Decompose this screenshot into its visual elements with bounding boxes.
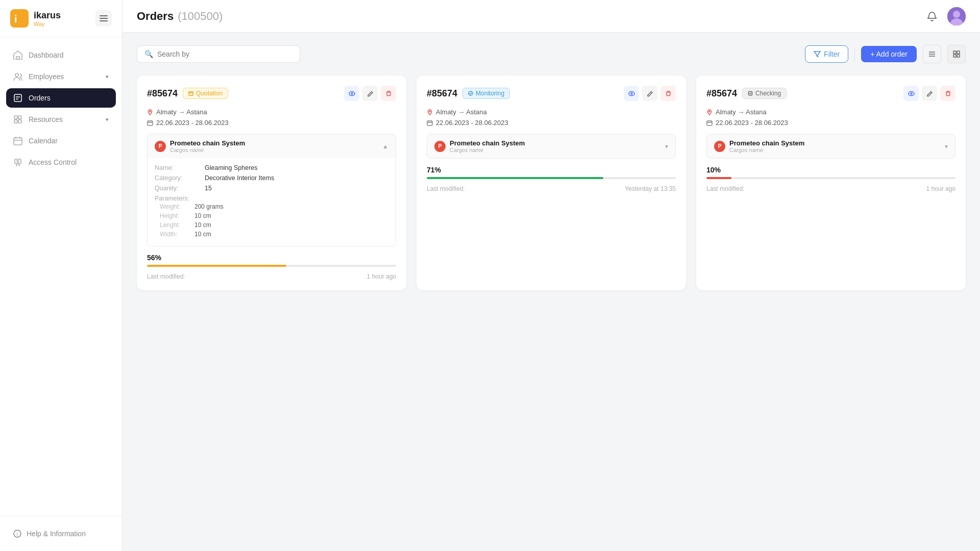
cargo-info-2: Prometeo chain System Cargos name [450, 139, 661, 153]
edit-button-2[interactable] [642, 86, 657, 101]
date-icon-1 [147, 120, 153, 126]
card-actions-2 [624, 86, 676, 101]
help-label: Help & Information [27, 530, 86, 538]
quantity-label-1: Quanity: [155, 185, 201, 192]
weight-label-1: Weight: [160, 203, 190, 210]
filter-button[interactable]: Filter [805, 45, 848, 63]
access-icon [13, 158, 22, 167]
eye-icon-3 [908, 90, 915, 97]
cargo-logo-1: P [155, 141, 166, 152]
search-input[interactable] [157, 50, 292, 58]
svg-rect-7 [14, 94, 21, 102]
cargo-name-2: Prometeo chain System [450, 139, 661, 147]
svg-rect-3 [100, 18, 108, 19]
resources-icon [13, 115, 22, 124]
delete-button-1[interactable] [381, 86, 396, 101]
cargo-toggle-2: ▾ [665, 143, 668, 150]
add-order-button[interactable]: + Add order [861, 46, 917, 62]
edit-button-1[interactable] [362, 86, 378, 101]
svg-rect-37 [148, 121, 153, 126]
location-text-2: Almaty → Astana [436, 108, 487, 116]
page-title: Orders [137, 10, 174, 23]
name-value-1: Gleaming Spheres [205, 164, 258, 171]
cargo-header-1[interactable]: P Prometeo chain System Cargos name ▲ [148, 134, 396, 158]
name-label-1: Name: [155, 164, 201, 171]
sidebar-footer: i Help & Information [0, 516, 122, 551]
resources-label: Resources [29, 115, 63, 123]
location-text-3: Almaty → Astana [716, 108, 767, 116]
card-actions-3 [903, 86, 955, 101]
location-icon-3 [706, 109, 713, 115]
cargo-details-1: Name: Gleaming Spheres Category: Decorat… [148, 158, 396, 246]
header-actions [923, 7, 966, 26]
logo-icon: i [10, 9, 29, 28]
card-footer-3: Last modified: 1 hour ago [706, 185, 955, 192]
view-button-2[interactable] [624, 86, 639, 101]
view-button-1[interactable] [344, 86, 359, 101]
card-location-1: Almaty → Astana [147, 108, 396, 116]
svg-text:i: i [17, 532, 18, 537]
last-modified-value-2: Yesterday at 13:35 [625, 185, 676, 192]
sidebar-item-orders[interactable]: Orders [6, 88, 116, 108]
view-button-3[interactable] [903, 86, 919, 101]
order-id-3: #85674 [706, 88, 737, 99]
list-view-button[interactable] [923, 45, 941, 63]
help-item[interactable]: i Help & Information [6, 524, 116, 543]
sidebar-item-calendar[interactable]: Calendar [6, 131, 116, 151]
grid-view-icon [952, 50, 961, 58]
sidebar-item-resources[interactable]: Resources ▾ [6, 110, 116, 129]
sidebar-item-dashboard[interactable]: Dashboard [6, 45, 116, 65]
svg-rect-5 [16, 57, 19, 59]
params-label-1: Parameters: [155, 195, 201, 202]
card-header-2: #85674 Monitoring [427, 86, 676, 101]
svg-rect-13 [18, 120, 21, 123]
pencil-icon-3 [926, 90, 933, 97]
grid-view-button[interactable] [947, 45, 966, 63]
svg-point-36 [150, 111, 151, 112]
cargo-logo-2: P [434, 141, 446, 152]
access-control-label: Access Control [29, 158, 77, 166]
status-badge-2: Monitoring [462, 88, 510, 99]
status-label-3: Checking [755, 90, 781, 97]
avatar[interactable] [947, 7, 966, 26]
bell-icon [927, 11, 937, 21]
progress-bar-bg-3 [706, 177, 955, 179]
svg-rect-31 [957, 55, 960, 57]
edit-button-3[interactable] [922, 86, 937, 101]
date-icon-2 [427, 120, 433, 126]
svg-point-34 [349, 91, 355, 95]
svg-point-51 [909, 91, 914, 95]
logo-area: i ikarus Way [0, 0, 122, 37]
progress-bar-fill-2 [427, 177, 603, 179]
cargo-header-2[interactable]: P Prometeo chain System Cargos name ▾ [427, 134, 675, 158]
cargo-logo-3: P [714, 141, 725, 152]
svg-point-42 [629, 91, 634, 95]
sidebar-toggle-button[interactable] [95, 10, 112, 27]
last-modified-value-3: 1 hour ago [926, 185, 955, 192]
search-box[interactable]: 🔍 [137, 45, 300, 63]
people-icon [13, 72, 22, 81]
pencil-icon-2 [647, 90, 653, 97]
sidebar-item-access-control[interactable]: Access Control [6, 153, 116, 172]
progress-section-1: 56% [147, 254, 396, 267]
search-icon: 🔍 [144, 50, 153, 58]
order-card-1: #85674 Quotation [137, 76, 406, 290]
height-label-1: Height: [160, 212, 190, 219]
monitoring-icon [468, 91, 473, 96]
eye-icon-1 [349, 90, 355, 97]
delete-button-3[interactable] [940, 86, 955, 101]
cargo-header-3[interactable]: P Prometeo chain System Cargos name ▾ [707, 134, 955, 158]
cargo-section-1: P Prometeo chain System Cargos name ▲ Na… [147, 134, 396, 246]
sidebar-item-employees[interactable]: Employees ▾ [6, 67, 116, 86]
toolbar-divider [854, 47, 855, 61]
employees-chevron: ▾ [106, 73, 109, 80]
svg-point-23 [953, 11, 960, 18]
trash-icon-2 [665, 90, 672, 97]
avatar-image [947, 7, 966, 26]
location-icon-2 [427, 109, 433, 115]
delete-button-2[interactable] [660, 86, 676, 101]
notification-button[interactable] [923, 7, 941, 26]
progress-label-3: 10% [706, 166, 955, 174]
cargo-name-3: Prometeo chain System [729, 139, 941, 147]
card-date-3: 22.06.2023 - 28.06.2023 [706, 119, 955, 127]
